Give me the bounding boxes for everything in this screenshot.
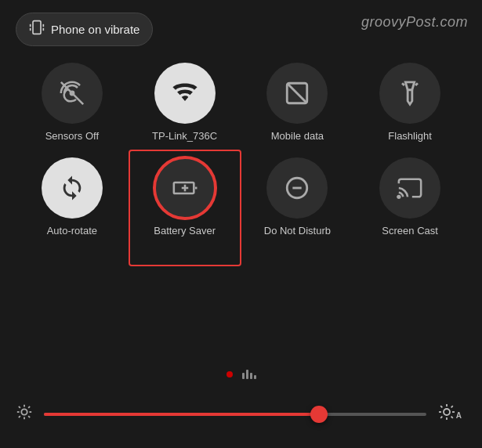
bar-3 [250,373,252,379]
pagination-bars [242,370,256,379]
vibrate-label: Phone on vibrate [51,23,140,36]
quick-tiles: Sensors Off TP-Link_736C Mobile data [0,63,482,244]
svg-point-16 [398,196,400,198]
tile-mobile-data[interactable]: Mobile data [250,63,344,142]
svg-point-5 [71,92,74,95]
svg-line-34 [451,406,452,407]
dnd-label: Do Not Disturb [264,225,331,237]
tiles-row-2: Auto-rotate Battery Saver [16,157,466,237]
brightness-slider-fill [44,413,319,416]
svg-line-20 [19,406,20,408]
svg-line-9 [402,83,404,85]
status-bar: Phone on vibrate [16,13,153,46]
tile-sensors-off[interactable]: Sensors Off [25,63,119,142]
svg-line-7 [288,83,308,103]
flashlight-label: Flashlight [388,130,432,142]
tile-tp-link[interactable]: TP-Link_736C [138,63,232,142]
flashlight-icon [379,63,440,124]
pagination [0,370,482,379]
brightness-min-icon [16,403,33,425]
screen-cast-icon [379,157,440,219]
mobile-data-icon [266,63,328,124]
svg-point-17 [21,409,27,414]
tile-battery-saver[interactable]: Battery Saver [138,157,232,237]
screen-cast-label: Screen Cast [382,225,438,237]
bar-2 [246,370,248,379]
svg-rect-0 [33,21,41,34]
battery-saver-label: Battery Saver [154,225,216,237]
tile-dnd[interactable]: Do Not Disturb [250,157,344,237]
brightness-row: A [16,403,466,426]
svg-line-21 [28,416,30,417]
svg-line-10 [415,83,418,85]
sensors-off-icon [42,63,103,124]
brightness-slider-thumb[interactable] [310,406,328,423]
svg-line-24 [19,416,20,417]
tile-flashlight[interactable]: Flashlight [363,63,457,142]
svg-line-25 [28,406,30,408]
mobile-data-label: Mobile data [271,130,324,142]
vibrate-pill: Phone on vibrate [16,13,153,46]
bar-4 [254,375,256,379]
tiles-row-1: Sensors Off TP-Link_736C Mobile data [16,63,466,142]
dnd-icon [266,157,328,219]
bar-1 [242,373,245,379]
svg-line-30 [451,417,452,418]
pagination-dot-active [227,371,233,378]
vibrate-icon [29,20,45,39]
svg-point-26 [444,409,450,415]
battery-saver-icon [154,157,216,219]
brightness-max-icon: A [437,403,466,426]
tile-auto-rotate[interactable]: Auto-rotate [25,157,119,237]
sensors-off-label: Sensors Off [45,130,99,142]
watermark: groovyPost.com [361,14,468,31]
brightness-slider-track[interactable] [44,413,426,416]
auto-rotate-icon [42,157,103,219]
auto-rotate-label: Auto-rotate [47,225,97,237]
tp-link-icon [154,63,216,124]
tp-link-label: TP-Link_736C [152,130,217,142]
svg-line-33 [440,417,442,418]
svg-line-29 [440,406,442,407]
tile-screen-cast[interactable]: Screen Cast [363,157,457,237]
